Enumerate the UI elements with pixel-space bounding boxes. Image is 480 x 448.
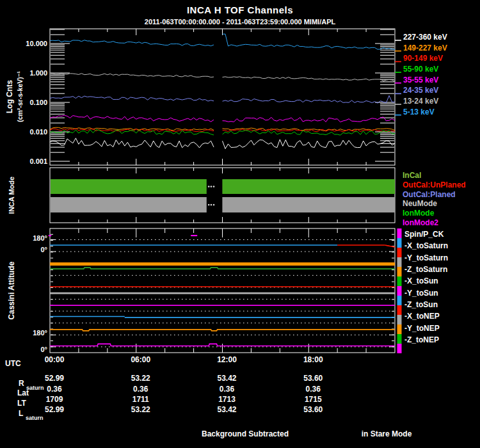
flux-y-axis-label: Log Cnts bbox=[5, 80, 14, 113]
attitude-color-swatch bbox=[397, 228, 402, 238]
ephemeris-row-label-r: R bbox=[19, 379, 24, 388]
ephemeris-value: 53.42 bbox=[202, 374, 253, 383]
attitude-color-swatch bbox=[397, 257, 402, 267]
utc-axis-label: UTC bbox=[5, 359, 21, 368]
attitude-color-swatch bbox=[397, 334, 402, 344]
ephemeris-value: 53.22 bbox=[115, 374, 166, 383]
attitude-ytick-0-top: 0° bbox=[17, 246, 47, 253]
attitude-color-swatch bbox=[397, 315, 402, 324]
utc-tick-label: 18:00 bbox=[287, 355, 339, 364]
flux-legend-item: 90-149 keV bbox=[403, 54, 443, 62]
flux-legend-item: 13-24 keV bbox=[403, 97, 438, 105]
flux-ytick-0p1: 0.100 bbox=[15, 99, 47, 106]
flux-legend-item: 5-13 keV bbox=[403, 108, 435, 116]
attitude-legend-item: -Z_toSaturn bbox=[404, 266, 447, 273]
flux-legend-item: 24-35 keV bbox=[403, 86, 438, 94]
attitude-ytick-0-bot: 0° bbox=[17, 346, 47, 353]
ephemeris-value: 0.36 bbox=[202, 385, 253, 394]
attitude-legend-item: -X_toSun bbox=[404, 277, 438, 285]
attitude-color-swatch bbox=[397, 267, 402, 276]
attitude-legend-item: -X_toNEP bbox=[404, 312, 440, 320]
background-subtracted-note: Background Subtracted bbox=[202, 429, 289, 438]
attitude-legend-item: -Z_toSun bbox=[404, 301, 438, 308]
ephemeris-value: 1711 bbox=[115, 395, 166, 404]
ephemeris-value: 1713 bbox=[202, 395, 253, 404]
attitude-color-swatch bbox=[397, 324, 402, 334]
mode-legend-item: IonMode bbox=[403, 209, 434, 217]
attitude-ytick-180-bot: 180° bbox=[17, 329, 47, 337]
ephemeris-row-label-lat: Lat bbox=[17, 388, 29, 397]
flux-legend-item: 149-227 keV bbox=[403, 44, 447, 52]
page-title: INCA H TOF Channels bbox=[187, 4, 293, 15]
ephemeris-value: 53.42 bbox=[202, 405, 253, 414]
ephemeris-row-label-l: L bbox=[19, 409, 23, 418]
attitude-color-swatch bbox=[397, 296, 402, 305]
attitude-color-swatch bbox=[397, 344, 402, 353]
mode-legend-item: NeuMode bbox=[403, 200, 437, 207]
ephemeris-value: 53.22 bbox=[115, 405, 166, 414]
ephemeris-value: 52.99 bbox=[29, 405, 80, 414]
flux-ytick-0p001: 0.001 bbox=[15, 157, 47, 165]
ephemeris-value: 1709 bbox=[29, 395, 80, 404]
mode-legend-item: InCal bbox=[403, 172, 421, 179]
mode-legend-item: OutCal:Planed bbox=[403, 191, 456, 198]
flux-legend-item: 227-360 keV bbox=[403, 33, 447, 41]
flux-ytick-0p01: 0.010 bbox=[15, 128, 47, 136]
utc-tick-label: 12:00 bbox=[202, 355, 253, 364]
ephemeris-value: 0.36 bbox=[287, 385, 339, 394]
flux-ytick-1: 1.000 bbox=[15, 69, 47, 77]
mode-y-axis-label: INCA Mode bbox=[8, 177, 15, 214]
ephemeris-value: 0.36 bbox=[115, 385, 166, 394]
stare-mode-note: in Stare Mode bbox=[362, 429, 412, 438]
ephemeris-value: 1715 bbox=[287, 395, 339, 404]
flux-ytick-10: 10.000 bbox=[15, 40, 47, 47]
attitude-legend-item: -X_toSaturn bbox=[404, 242, 448, 250]
flux-y-axis-units: (cm²-sr-s-keV)⁻¹ bbox=[16, 71, 24, 122]
mode-legend-item: OutCal:UnPlaned bbox=[403, 181, 466, 189]
time-range-subtitle: 2011-063T00:00:00.000 - 2011-063T23:59:0… bbox=[145, 18, 335, 26]
attitude-legend-item: Spin/P_CK bbox=[404, 230, 444, 238]
attitude-color-swatch bbox=[397, 286, 402, 296]
ephemeris-row-sub-l: saturn bbox=[26, 415, 44, 421]
ephemeris-row-label-lt: LT bbox=[17, 399, 26, 408]
attitude-legend-item: -Z_toNEP bbox=[404, 336, 439, 344]
ephemeris-value: 53.60 bbox=[287, 405, 339, 414]
attitude-color-swatch bbox=[397, 276, 402, 286]
flux-legend-item: 55-90 keV bbox=[403, 65, 438, 73]
ephemeris-value: 53.60 bbox=[287, 374, 339, 383]
mode-legend-item: IonMode2 bbox=[403, 219, 438, 227]
attitude-legend-item: -Y_toSun bbox=[404, 289, 438, 297]
attitude-color-swatch bbox=[397, 238, 402, 248]
ephemeris-value: 52.99 bbox=[29, 374, 80, 383]
flux-legend-item: 35-55 keV bbox=[403, 76, 438, 84]
attitude-ytick-180-top: 180° bbox=[17, 234, 47, 242]
utc-tick-label: 06:00 bbox=[115, 355, 166, 364]
attitude-y-axis-label: Cassini Attitude bbox=[7, 262, 16, 320]
attitude-color-swatch bbox=[397, 305, 402, 315]
utc-tick-label: 00:00 bbox=[29, 355, 80, 364]
ephemeris-value: 0.36 bbox=[29, 385, 80, 394]
attitude-color-swatch bbox=[397, 248, 402, 257]
attitude-legend-item: -Y_toNEP bbox=[404, 324, 440, 332]
plot-canvas: INCA H TOF Channels 2011-063T00:00:00.00… bbox=[0, 0, 480, 448]
attitude-legend-item: -Y_toSaturn bbox=[404, 254, 448, 262]
